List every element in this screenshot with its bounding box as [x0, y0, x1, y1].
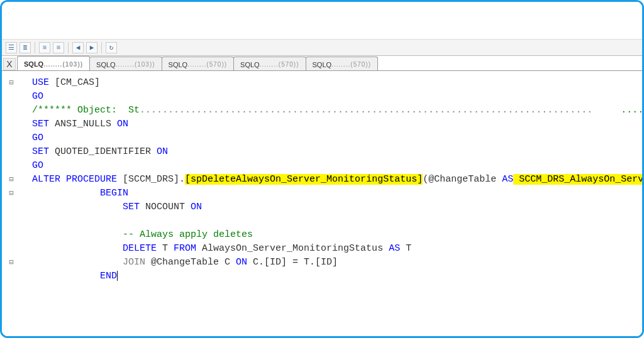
close-tab-button[interactable]: X	[3, 58, 16, 70]
code-text: ON	[117, 119, 128, 129]
code-text: .	[179, 174, 185, 185]
tab-strip: X SQLQ........(103)) SQLQ........(103)) …	[2, 56, 642, 71]
code-text: QUOTED_IDENTIFIER	[49, 146, 157, 157]
tab-suffix: ........(570))	[187, 61, 227, 68]
fold-toggle[interactable]	[2, 242, 21, 256]
fold-toggle[interactable]	[2, 214, 21, 228]
code-text: ON	[191, 202, 202, 212]
fold-toggle[interactable]	[2, 283, 21, 297]
tab-suffix: ........(103))	[116, 61, 155, 68]
toolbar-btn-outdent[interactable]: ◀	[72, 42, 84, 53]
code-text	[32, 229, 123, 240]
code-text: SET	[32, 146, 49, 157]
code-comment: ....... .... ......... */	[592, 105, 642, 116]
code-text: NOCOUNT	[140, 202, 191, 212]
tab-suffix: ........(570))	[260, 61, 299, 68]
toolbar-btn-3[interactable]: ≡	[39, 42, 50, 53]
code-text: T	[400, 243, 411, 254]
code-text: ALTER	[32, 174, 60, 185]
fold-toggle[interactable]: ⊟	[2, 256, 21, 270]
code-folding-gutter: ⊟ ⊟ ⊟ ⊟	[2, 72, 21, 336]
toolbar-btn-2[interactable]: ≣	[19, 42, 31, 53]
code-text: T	[157, 243, 174, 254]
toolbar-btn-1[interactable]: ☰	[6, 42, 17, 53]
toolbar-btn-4[interactable]: ≡	[53, 42, 64, 53]
fold-toggle[interactable]	[2, 159, 21, 173]
toolbar-btn-indent[interactable]: ▶	[86, 42, 97, 53]
code-text: GO	[32, 91, 43, 102]
code-comment: /****** Object: St	[32, 105, 140, 116]
code-text: ANSI_NULLS	[49, 119, 117, 129]
tab-sql-query-1[interactable]: SQLQ........(103))	[17, 56, 90, 70]
fold-toggle[interactable]	[2, 270, 21, 283]
code-text: C.[ID] = T.[ID]	[247, 257, 338, 268]
code-text: PROCEDURE	[60, 174, 117, 185]
code-text: BEGIN	[32, 188, 128, 199]
highlighted-text: [spDeleteAlwaysOn_Server_MonitoringStatu…	[185, 174, 423, 185]
fold-toggle[interactable]: ⊟	[2, 76, 21, 90]
fold-toggle[interactable]: ⊟	[2, 173, 21, 187]
tab-suffix: ........(103))	[43, 61, 83, 68]
code-text: ON	[236, 257, 247, 268]
fold-toggle[interactable]	[2, 104, 21, 117]
code-text	[32, 243, 123, 254]
code-text: GO	[32, 160, 43, 171]
code-text	[32, 257, 123, 268]
tab-sql-query-4[interactable]: SQLQ........(570))	[233, 57, 306, 70]
code-text: GO	[32, 133, 43, 143]
code-text: @ChangeTable C	[145, 257, 236, 268]
menu-bar-area	[2, 2, 642, 40]
fold-toggle[interactable]	[2, 90, 21, 104]
code-text: ON	[157, 146, 168, 157]
text-cursor	[117, 271, 118, 281]
tab-sql-query-3[interactable]: SQLQ........(570))	[162, 57, 234, 70]
window-frame: ☰ ≣ ≡ ≡ ◀ ▶ ↻ X SQLQ........(103)) SQLQ.…	[0, 0, 644, 338]
fold-toggle[interactable]	[2, 117, 21, 131]
tab-label: SQLQ	[169, 61, 188, 68]
code-text: [CM_CAS]	[49, 77, 100, 88]
code-text: AlwaysOn_Server_MonitoringStatus	[196, 243, 389, 254]
tab-label: SQLQ	[313, 61, 332, 68]
code-text: FROM	[174, 243, 196, 254]
tab-suffix: ........(570))	[331, 61, 371, 68]
code-text	[32, 202, 123, 212]
code-text: (@ChangeTable	[423, 174, 502, 185]
code-text: SET	[123, 202, 140, 212]
fold-toggle[interactable]	[2, 145, 21, 159]
fold-toggle[interactable]: ⊟	[2, 187, 21, 200]
sql-editor[interactable]: USE [CM_CAS] GO /****** Object: St......…	[21, 72, 642, 336]
tab-sql-query-5[interactable]: SQLQ........(570))	[306, 57, 378, 70]
code-comment: -- Always apply deletes	[123, 229, 253, 240]
tab-label: SQLQ	[96, 61, 116, 68]
code-text: AS	[502, 174, 513, 185]
code-text: USE	[32, 77, 49, 88]
code-text: [SCCM_DRS]	[117, 174, 179, 185]
fold-toggle[interactable]	[2, 228, 21, 242]
highlighted-text: SCCM_DRS_AlwaysOn_Server_MonitoringStatu…	[513, 174, 642, 185]
toolbar-separator	[101, 42, 102, 53]
toolbar-separator	[35, 42, 35, 53]
toolbar: ☰ ≣ ≡ ≡ ◀ ▶ ↻	[2, 40, 642, 56]
tab-label: SQLQ	[240, 61, 260, 68]
tab-sql-query-2[interactable]: SQLQ........(103))	[89, 57, 162, 70]
code-text: JOIN	[123, 257, 145, 268]
toolbar-separator	[68, 42, 69, 53]
code-text: DELETE	[123, 243, 157, 254]
code-text: SET	[32, 119, 49, 129]
tab-label: SQLQ	[24, 60, 43, 68]
code-text: AS	[389, 243, 400, 254]
fold-toggle[interactable]	[2, 131, 21, 145]
code-text: ........................................…	[140, 105, 592, 116]
code-text: END	[32, 271, 117, 281]
fold-toggle[interactable]	[2, 200, 21, 214]
toolbar-btn-refresh[interactable]: ↻	[106, 42, 117, 53]
